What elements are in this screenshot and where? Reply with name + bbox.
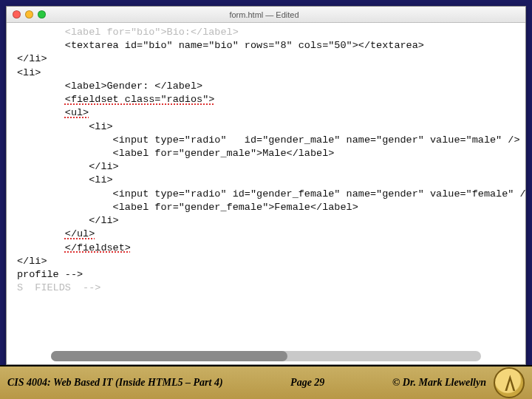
code-line: <li> <box>17 174 515 187</box>
code-line: <ul> <box>17 106 515 120</box>
code-line: <label>Gender: </label> <box>17 80 515 93</box>
code-line: </ul> <box>17 228 515 241</box>
code-line: <textarea id="bio" name="bio" rows="8" c… <box>17 39 515 52</box>
code-line: </li> <box>17 160 515 174</box>
code-line: <input type="radio" id="gender_male" nam… <box>17 134 515 147</box>
close-icon[interactable] <box>13 10 21 18</box>
page-number: Page 29 <box>261 377 354 389</box>
slide-footer: CIS 4004: Web Based IT (Inside HTML5 – P… <box>0 365 532 399</box>
window-titlebar: form.html — Edited <box>7 7 525 23</box>
code-line: <input type="radio" id="gender_female" n… <box>17 188 515 201</box>
zoom-icon[interactable] <box>38 10 46 18</box>
code-line: <label for="gender_female">Female</label… <box>17 201 515 214</box>
code-line: </li> <box>17 255 515 268</box>
minimize-icon[interactable] <box>25 10 33 18</box>
code-line: <label for="bio">Bio:</label> <box>17 26 515 39</box>
code-line: </li> <box>17 214 515 228</box>
code-line: <li> <box>17 120 515 134</box>
code-line: <fieldset class="radios"> <box>17 93 515 106</box>
code-line: S FIELDS --> <box>17 282 515 295</box>
code-line: <label for="gender_male">Male</label> <box>17 147 515 160</box>
code-line: <li> <box>17 66 515 80</box>
editor-window: form.html — Edited <label for="bio">Bio:… <box>6 6 526 365</box>
copyright: © Dr. Mark Llewellyn <box>370 377 486 389</box>
code-line: profile --> <box>17 268 515 282</box>
code-line: </li> <box>17 52 515 66</box>
ucf-seal-icon <box>494 367 525 398</box>
horizontal-scrollbar[interactable] <box>51 351 481 361</box>
code-editor[interactable]: <label for="bio">Bio:</label> <textarea … <box>7 23 525 351</box>
code-line: </fieldset> <box>17 242 515 255</box>
window-title: form.html — Edited <box>50 10 478 19</box>
course-title: CIS 4004: Web Based IT (Inside HTML5 – P… <box>7 377 245 389</box>
